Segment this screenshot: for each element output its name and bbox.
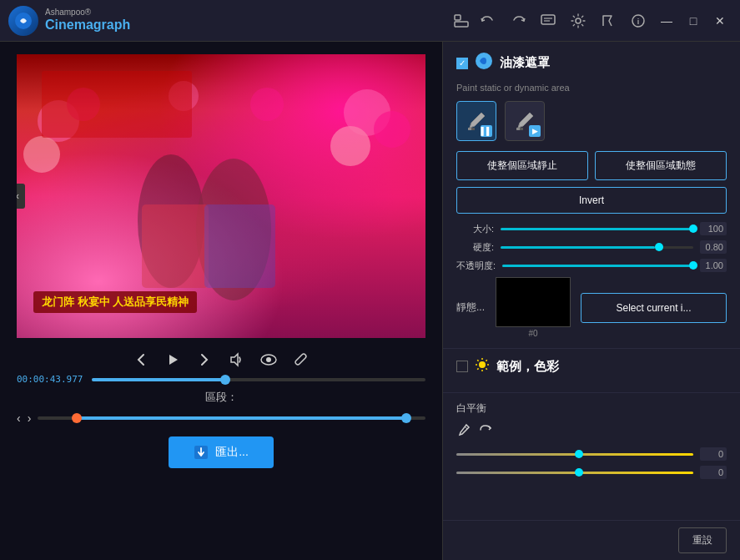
seg-thumb-right[interactable]: [401, 413, 411, 423]
svg-point-16: [250, 88, 284, 121]
export-btn[interactable]: 匯出...: [169, 436, 274, 468]
static-badge: ▌▌: [481, 125, 492, 137]
opacity-value: 1.00: [700, 259, 727, 272]
hardness-slider-row: 硬度: 0.80: [456, 240, 727, 254]
file-btn[interactable]: [448, 8, 475, 34]
transport-bar: [0, 342, 442, 374]
invert-btn[interactable]: Invert: [456, 187, 727, 214]
eye-btn[interactable]: [257, 349, 280, 371]
dynamic-badge: ▶: [529, 125, 541, 137]
svg-rect-29: [468, 128, 471, 130]
make-dynamic-btn[interactable]: 使整個區域動態: [595, 151, 727, 180]
progress-thumb: [220, 375, 230, 385]
paint-static-tool[interactable]: ▌▌: [456, 101, 496, 141]
info-btn[interactable]: i: [625, 8, 652, 34]
paint-dynamic-tool[interactable]: ▶: [505, 101, 545, 141]
size-thumb[interactable]: [689, 225, 697, 233]
reset-icon-btn[interactable]: [478, 422, 493, 441]
svg-point-11: [23, 136, 60, 173]
paint-mask-header: 油漆遮罩: [456, 52, 727, 74]
reset-row: 重設: [443, 520, 740, 560]
paint-mask-icon: [475, 52, 493, 74]
opacity-track[interactable]: [502, 265, 693, 267]
wb-track-2[interactable]: [456, 472, 693, 474]
wb-thumb-2[interactable]: [575, 468, 583, 477]
opacity-thumb[interactable]: [689, 261, 697, 270]
svg-marker-22: [169, 355, 178, 365]
svg-line-38: [486, 368, 486, 369]
segment-label: 區段：: [0, 385, 442, 408]
svg-marker-23: [231, 354, 238, 366]
wb-label: 白平衡: [456, 401, 727, 416]
undo-btn[interactable]: [475, 8, 501, 34]
opacity-label: 不透明度:: [456, 260, 496, 272]
svg-rect-20: [142, 204, 209, 288]
chat-btn[interactable]: [535, 8, 561, 34]
segment-bar: ‹ ›: [0, 408, 442, 428]
progress-area: 00:00:43.977: [0, 374, 442, 385]
bottom-bar: 匯出...: [0, 428, 442, 475]
maximize-btn[interactable]: □: [682, 9, 705, 33]
preview-thumb: [496, 277, 571, 327]
seg-next-btn[interactable]: ›: [28, 411, 32, 425]
close-btn[interactable]: ✕: [708, 9, 732, 33]
next-frame-btn[interactable]: [194, 349, 215, 371]
wb-track-1[interactable]: [456, 453, 693, 456]
side-arrow[interactable]: ‹: [17, 184, 25, 209]
wrench-btn[interactable]: [290, 349, 312, 371]
svg-line-39: [486, 360, 486, 361]
static-preview: #0: [496, 277, 571, 338]
eyedropper-btn[interactable]: [456, 422, 471, 441]
hardness-track[interactable]: [501, 246, 693, 249]
paint-mask-checkbox[interactable]: [456, 58, 468, 69]
svg-line-41: [465, 426, 467, 429]
svg-rect-3: [541, 15, 555, 24]
static-label: 靜態...: [456, 300, 486, 315]
svg-point-25: [266, 357, 271, 362]
seg-range: [77, 416, 406, 420]
size-label: 大小:: [456, 223, 494, 235]
size-track[interactable]: [501, 228, 693, 230]
reset-btn[interactable]: 重設: [678, 527, 727, 553]
make-static-btn[interactable]: 使整個區域靜止: [456, 151, 588, 180]
flag-btn[interactable]: [595, 8, 622, 34]
svg-text:i: i: [637, 18, 640, 26]
svg-line-40: [477, 368, 478, 369]
wb-slider-row-2: 0: [456, 466, 727, 479]
prev-frame-btn[interactable]: [130, 349, 152, 371]
app-name-main: Cinemagraph: [45, 17, 398, 33]
redo-btn[interactable]: [505, 8, 531, 34]
settings-btn[interactable]: [565, 8, 591, 34]
progress-track[interactable]: [92, 378, 425, 381]
svg-point-13: [374, 111, 410, 148]
wb-thumb-1[interactable]: [575, 450, 583, 458]
video-overlay-text: 龙门阵 秋宴中 人送品享民精神: [33, 291, 197, 313]
sun-icon: [475, 357, 490, 376]
volume-btn[interactable]: [225, 349, 247, 371]
paint-tools: ▌▌ ▶: [456, 101, 727, 141]
svg-rect-17: [42, 71, 192, 138]
paint-mask-title: 油漆遮罩: [500, 55, 550, 71]
seg-track[interactable]: [38, 416, 425, 420]
app-title-group: Ashampoo® Cinemagraph: [45, 8, 398, 33]
svg-rect-1: [455, 15, 461, 20]
hardness-thumb[interactable]: [655, 243, 663, 251]
svg-rect-21: [204, 204, 275, 288]
app-name-top: Ashampoo®: [45, 8, 398, 17]
select-current-btn[interactable]: Select current i...: [581, 293, 727, 323]
range-color-title: 範例，色彩: [496, 359, 559, 375]
static-row: 靜態... #0 Select current i...: [456, 277, 727, 338]
titlebar-center: [448, 8, 475, 34]
seg-thumb-left[interactable]: [72, 413, 82, 423]
hardness-label: 硬度:: [456, 241, 494, 254]
progress-fill: [92, 378, 225, 381]
seg-prev-btn[interactable]: ‹: [17, 411, 21, 425]
opacity-slider-row: 不透明度: 1.00: [456, 259, 727, 272]
hardness-fill: [501, 246, 655, 249]
play-btn[interactable]: [162, 349, 184, 371]
paint-mask-section: 油漆遮罩 Paint static or dynamic area ▌▌: [443, 42, 740, 349]
minimize-btn[interactable]: —: [655, 9, 678, 33]
svg-point-6: [576, 18, 581, 23]
svg-rect-2: [455, 22, 468, 27]
range-color-checkbox[interactable]: [456, 361, 468, 372]
